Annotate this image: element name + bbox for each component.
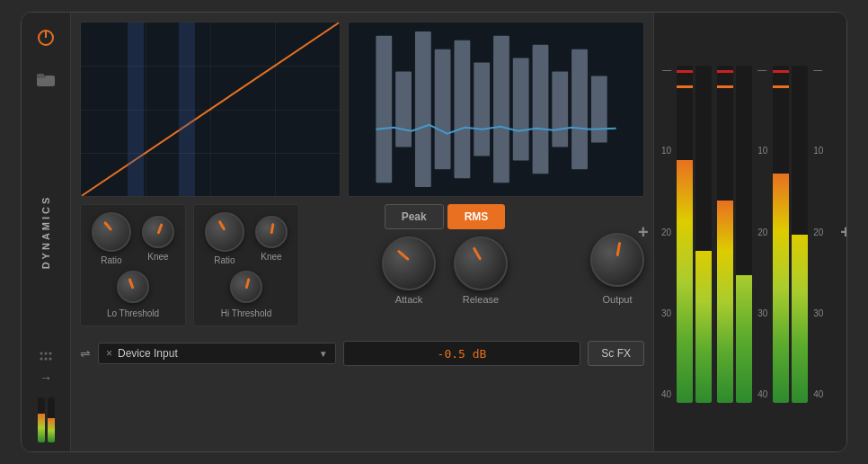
device-dropdown-icon[interactable]: ▼ [319, 349, 328, 359]
lo-knee-group: Knee [142, 216, 174, 262]
mini-meters [38, 397, 55, 442]
grid-h-2 [81, 110, 340, 111]
lo-knee-label: Knee [147, 252, 168, 262]
device-selector[interactable]: × Device Input ▼ [98, 343, 336, 364]
attack-label: Attack [395, 294, 423, 305]
meter-fill-1 [677, 160, 693, 403]
svg-point-5 [40, 352, 43, 355]
attack-knob[interactable] [382, 236, 436, 290]
svg-point-7 [49, 352, 52, 355]
sc-fx-button[interactable]: Sc FX [588, 341, 644, 366]
hi-ratio-knob[interactable] [205, 212, 244, 252]
hi-threshold-group [230, 271, 262, 303]
hi-threshold-label: Hi Threshold [221, 308, 272, 318]
add-button-right[interactable]: + [840, 222, 847, 243]
peak-button[interactable]: Peak [385, 204, 444, 229]
scale-left-30: 30 [661, 308, 671, 318]
lo-knee-knob[interactable] [142, 216, 174, 248]
svg-rect-20 [552, 71, 568, 147]
svg-point-8 [40, 358, 43, 361]
rms-button[interactable]: RMS [447, 204, 506, 229]
svg-rect-11 [376, 36, 392, 183]
scale-left-40: 40 [661, 389, 671, 399]
mini-meter-l [38, 397, 45, 442]
power-button[interactable] [31, 23, 60, 52]
lo-knee-indicator [157, 223, 164, 234]
meter-scale-right: — 10 20 30 40 [757, 61, 767, 403]
lo-ratio-knob[interactable] [92, 212, 131, 252]
svg-rect-4 [37, 74, 44, 77]
hi-threshold-row [230, 271, 262, 303]
hi-knee-label: Knee [261, 252, 281, 262]
add-button-left[interactable]: + [638, 222, 649, 243]
meter-fill-5 [773, 174, 789, 403]
scale-right2-20: 20 [813, 228, 823, 237]
transfer-display [80, 22, 341, 197]
meter-group-1 [677, 61, 712, 403]
peak-red-1 [677, 70, 693, 73]
scale-right2-10: 10 [813, 146, 823, 156]
output-knob[interactable] [590, 233, 644, 287]
svg-rect-22 [591, 76, 607, 142]
meter-bar-2 [695, 66, 712, 403]
folder-button[interactable] [31, 65, 60, 94]
lo-threshold-knob[interactable] [117, 271, 149, 303]
scale-left-top: — [661, 65, 671, 75]
device-x-icon[interactable]: × [106, 347, 112, 360]
peak-orange-3 [717, 85, 733, 88]
routing-icon[interactable]: ⇌ [80, 346, 91, 361]
meter-bar-5 [773, 66, 789, 403]
main-content: Ratio Knee Lo Th [71, 13, 653, 451]
release-indicator [473, 246, 483, 260]
meter-fill-3 [717, 201, 733, 403]
waveform-display [348, 22, 644, 197]
hi-compressor: Ratio Knee Hi Th [193, 204, 299, 326]
sidebar-label: DYNAMICS [40, 195, 51, 270]
attack-indicator [397, 250, 410, 262]
scale-right-30: 30 [757, 308, 767, 318]
waveform-bars [376, 31, 607, 187]
meter-bar-6 [792, 66, 808, 403]
scale-right-40: 40 [757, 389, 767, 399]
release-label: Release [463, 294, 499, 305]
bottom-bar: ⇌ × Device Input ▼ -0.5 dB Sc FX [80, 337, 644, 370]
release-knob[interactable] [454, 236, 508, 290]
svg-rect-16 [474, 63, 490, 156]
svg-rect-12 [395, 71, 412, 147]
meter-bar-3 [717, 66, 733, 403]
lo-knob-row: Ratio Knee [92, 212, 174, 265]
scale-right2-top: — [813, 65, 823, 75]
meter-scale-right-2: — 10 20 30 40 [813, 61, 823, 403]
mini-meter-l-fill [38, 414, 45, 443]
lo-threshold-label: Lo Threshold [107, 308, 159, 318]
lo-ratio-label: Ratio [101, 255, 121, 265]
sidebar-arrow[interactable]: → [40, 370, 52, 385]
svg-rect-19 [533, 45, 549, 174]
db-display: -0.5 dB [343, 341, 581, 366]
hi-ratio-indicator [218, 220, 226, 231]
sidebar-bottom: → [38, 351, 55, 442]
scale-right2-30: 30 [813, 308, 823, 318]
peak-orange-5 [773, 85, 789, 88]
svg-rect-14 [435, 49, 451, 170]
meter-group-3 [773, 61, 808, 403]
plugin-container: DYNAMICS → [21, 12, 847, 452]
scale-left-20: 20 [661, 228, 671, 237]
output-indicator [616, 242, 622, 256]
lo-threshold-group [117, 271, 149, 303]
hi-ratio-label: Ratio [214, 255, 235, 265]
db-value: -0.5 dB [438, 347, 487, 361]
scale-right-top: — [757, 65, 767, 75]
lo-threshold-row [117, 271, 149, 303]
mini-meter-r [48, 397, 55, 442]
sidebar-dots[interactable] [39, 351, 53, 361]
sidebar: DYNAMICS → [22, 13, 71, 451]
hi-knee-group: Knee [255, 216, 288, 262]
scale-left-10: 10 [661, 146, 671, 156]
detection-section: Peak RMS Attack Release [306, 204, 583, 305]
hi-threshold-knob[interactable] [230, 271, 262, 303]
hi-knee-knob[interactable] [255, 216, 288, 248]
meter-fill-2 [695, 251, 712, 403]
svg-point-10 [49, 358, 52, 361]
release-group: Release [454, 236, 508, 305]
